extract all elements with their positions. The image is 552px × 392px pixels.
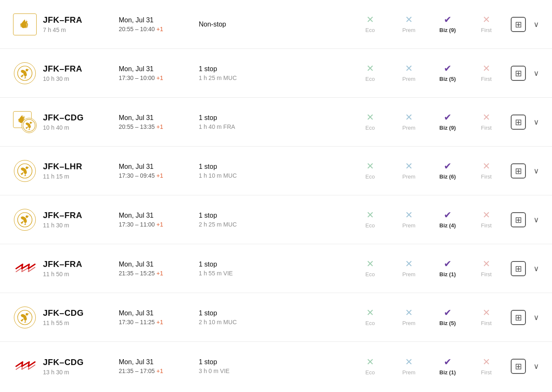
cabin-first: ✕ First	[474, 357, 499, 376]
cabin-biz[interactable]: ✔ Biz (5)	[435, 308, 460, 326]
biz-label: Biz (9)	[440, 125, 456, 131]
flight-list: JFK–FRA 7 h 45 m Mon, Jul 31 20:55 – 10:…	[0, 0, 552, 391]
cabin-classes: ✕ Eco ✕ Prem ✔ Biz (5) ✕ First	[283, 308, 507, 326]
expand-button[interactable]: ∨	[530, 19, 542, 30]
add-button[interactable]: ⊞	[511, 359, 526, 374]
cabin-biz[interactable]: ✔ Biz (6)	[435, 162, 460, 180]
route-code: JFK–FRA	[43, 259, 119, 269]
actions: ⊞ ∨	[511, 310, 542, 325]
first-label: First	[481, 125, 491, 131]
route-duration: 7 h 45 m	[43, 27, 119, 33]
cabin-biz[interactable]: ✔ Biz (9)	[435, 15, 460, 33]
add-button[interactable]: ⊞	[511, 17, 526, 32]
first-label: First	[481, 27, 491, 33]
date-info: Mon, Jul 31 20:55 – 13:35 +1	[119, 114, 199, 130]
actions: ⊞ ∨	[511, 163, 542, 179]
cabin-eco: ✕ Eco	[357, 15, 383, 33]
prem-label: Prem	[402, 222, 415, 229]
biz-icon: ✔	[444, 15, 451, 24]
cabin-biz[interactable]: ✔ Biz (9)	[435, 113, 460, 131]
stop-info: 1 stop 1 h 55 m VIE	[199, 261, 283, 277]
stop-detail: 1 h 55 m VIE	[199, 270, 283, 277]
prem-label: Prem	[402, 320, 415, 326]
date-info: Mon, Jul 31 17:30 – 10:00 +1	[119, 65, 199, 81]
date-info: Mon, Jul 31 20:55 – 10:40 +1	[119, 16, 199, 32]
flight-row: JFK–LHR 11 h 15 m Mon, Jul 31 17:30 – 09…	[0, 147, 552, 195]
date-times: 17:30 – 09:45 +1	[119, 172, 199, 179]
cabin-prem: ✕ Prem	[396, 357, 421, 376]
cabin-classes: ✕ Eco ✕ Prem ✔ Biz (4) ✕ First	[283, 211, 507, 229]
expand-button[interactable]: ∨	[530, 116, 542, 128]
cabin-biz[interactable]: ✔ Biz (1)	[435, 259, 460, 277]
svg-point-14	[26, 313, 28, 315]
prem-label: Prem	[402, 369, 415, 376]
route-duration: 13 h 30 m	[43, 369, 119, 376]
stop-label: Non-stop	[199, 21, 283, 28]
actions: ⊞ ∨	[511, 359, 542, 374]
stop-detail: 3 h 0 m VIE	[199, 368, 283, 374]
cabin-biz[interactable]: ✔ Biz (4)	[435, 211, 460, 229]
airline-logo	[10, 209, 40, 231]
expand-button[interactable]: ∨	[530, 67, 542, 79]
first-icon: ✕	[483, 162, 490, 171]
actions: ⊞ ∨	[511, 17, 542, 32]
expand-button[interactable]: ∨	[530, 214, 542, 226]
add-button[interactable]: ⊞	[511, 212, 526, 227]
flight-row: JFK–FRA 10 h 30 m Mon, Jul 31 17:30 – 10…	[0, 49, 552, 98]
first-icon: ✕	[483, 15, 490, 24]
add-button[interactable]: ⊞	[511, 310, 526, 325]
date-day: Mon, Jul 31	[119, 261, 199, 268]
cabin-biz[interactable]: ✔ Biz (1)	[435, 357, 460, 376]
expand-button[interactable]: ∨	[530, 360, 542, 372]
date-day: Mon, Jul 31	[119, 309, 199, 317]
prem-icon: ✕	[405, 64, 413, 73]
cabin-prem: ✕ Prem	[396, 162, 421, 180]
route-duration: 10 h 40 m	[43, 124, 119, 131]
prem-icon: ✕	[405, 259, 413, 269]
airline-logo	[10, 62, 40, 84]
first-icon: ✕	[483, 259, 490, 269]
cabin-first: ✕ First	[474, 64, 499, 82]
biz-icon: ✔	[444, 357, 451, 367]
svg-point-5	[30, 122, 32, 124]
first-label: First	[481, 271, 491, 277]
route-code: JFK–FRA	[43, 15, 119, 25]
prem-icon: ✕	[405, 162, 413, 171]
prem-icon: ✕	[405, 113, 413, 122]
stop-info: 1 stop 3 h 0 m VIE	[199, 358, 283, 374]
expand-button[interactable]: ∨	[530, 263, 542, 275]
add-button[interactable]: ⊞	[511, 66, 526, 81]
route-code: JFK–CDG	[43, 113, 119, 123]
stop-detail: 2 h 25 m MUC	[199, 221, 283, 228]
prem-icon: ✕	[405, 308, 413, 317]
biz-label: Biz (6)	[440, 173, 456, 180]
route-duration: 10 h 30 m	[43, 75, 119, 82]
first-icon: ✕	[483, 113, 490, 122]
add-button[interactable]: ⊞	[511, 261, 526, 276]
add-button[interactable]: ⊞	[511, 115, 526, 130]
stop-detail: 2 h 10 m MUC	[199, 319, 283, 325]
biz-icon: ✔	[444, 162, 451, 171]
flight-row: JFK–FRA 11 h 30 m Mon, Jul 31 17:30 – 11…	[0, 195, 552, 244]
route-code: JFK–CDG	[43, 308, 119, 318]
first-label: First	[481, 173, 491, 180]
prem-label: Prem	[402, 27, 415, 33]
stop-detail: 1 h 10 m MUC	[199, 172, 283, 179]
cabin-prem: ✕ Prem	[396, 64, 421, 82]
route-duration: 11 h 50 m	[43, 271, 119, 277]
date-day: Mon, Jul 31	[119, 114, 199, 122]
cabin-first: ✕ First	[474, 211, 499, 229]
prem-icon: ✕	[405, 15, 413, 24]
cabin-classes: ✕ Eco ✕ Prem ✔ Biz (9) ✕ First	[283, 113, 507, 131]
add-button[interactable]: ⊞	[511, 163, 526, 179]
prem-label: Prem	[402, 173, 415, 180]
cabin-biz[interactable]: ✔ Biz (5)	[435, 64, 460, 82]
expand-button[interactable]: ∨	[530, 165, 542, 177]
cabin-eco: ✕ Eco	[357, 259, 383, 277]
stop-label: 1 stop	[199, 261, 283, 268]
route-code: JFK–FRA	[43, 64, 119, 74]
biz-label: Biz (1)	[440, 369, 456, 376]
expand-button[interactable]: ∨	[530, 312, 542, 323]
cabin-first: ✕ First	[474, 113, 499, 131]
date-times: 17:30 – 11:00 +1	[119, 221, 199, 228]
